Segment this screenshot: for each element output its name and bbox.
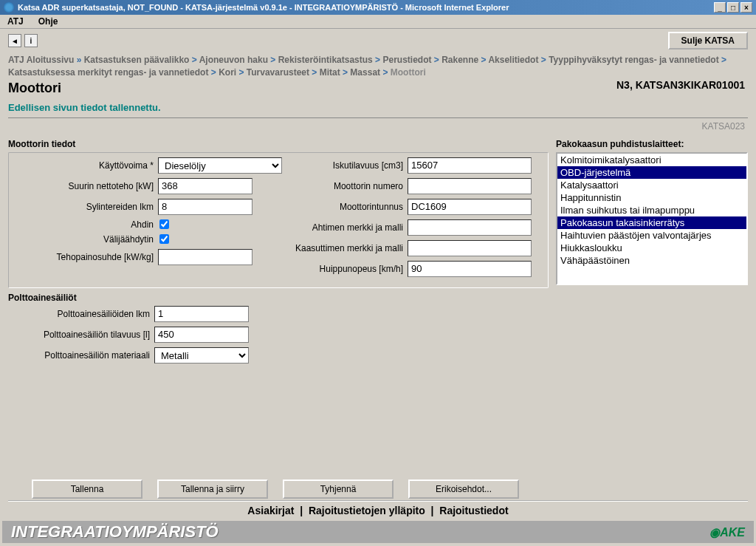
clear-button[interactable]: Tyhjennä: [283, 480, 394, 499]
breadcrumb-item[interactable]: Massat: [350, 67, 380, 78]
turbo-checkbox[interactable]: [159, 219, 169, 229]
window-title: Katsa ADR superkatsastaja, NOT_FOUND - K…: [18, 3, 509, 12]
back-icon[interactable]: ◄: [8, 34, 21, 47]
label-carbmodel: Kaasuttimen merkki ja malli: [282, 243, 408, 253]
breadcrumb-item[interactable]: Akselitiedot: [488, 55, 538, 65]
form-code: KATSA023: [2, 120, 754, 133]
label-tankmat: Polttoainesäiliön materiaali: [8, 350, 154, 361]
save-button[interactable]: Tallenna: [32, 480, 142, 499]
link-restr[interactable]: Rajoitustiedot: [439, 505, 508, 516]
breadcrumb: ATJ Aloitussivu » Katsastuksen päävalikk…: [2, 52, 754, 81]
exhaust-option[interactable]: Happitunnistin: [557, 191, 746, 204]
label-powerweight: Tehopainosuhde [kW/kg]: [12, 252, 158, 262]
exhaust-option[interactable]: Ilman suihkutus tai ilmapumppu: [557, 204, 746, 216]
tankcount-input[interactable]: [154, 306, 249, 322]
menu-atj[interactable]: ATJ: [7, 16, 24, 27]
topspeed-input[interactable]: [408, 261, 532, 277]
label-turbomodel: Ahtimen merkki ja malli: [282, 222, 408, 233]
fuel-select[interactable]: Dieselöljy: [158, 157, 282, 174]
carbmodel-input[interactable]: [408, 240, 532, 256]
status-message: Edellisen sivun tiedot tallennettu.: [2, 99, 754, 116]
label-displacement: Iskutilavuus [cm3]: [282, 160, 408, 171]
label-tankcount: Polttoainesäiliöiden lkm: [8, 309, 154, 319]
engineno-input[interactable]: [408, 178, 532, 194]
label-enginecode: Moottorintunnus: [282, 202, 408, 212]
exhaust-option[interactable]: Haihtuvien päästöjen valvontajärjes: [557, 229, 746, 242]
breadcrumb-item[interactable]: Tyyppihyväksytyt rengas- ja vannetiedot: [549, 55, 719, 65]
minimize-button[interactable]: _: [714, 2, 726, 13]
exhaust-option[interactable]: OBD-järjestelmä: [557, 166, 746, 179]
turbomodel-input[interactable]: [408, 219, 532, 236]
window-titlebar: Katsa ADR superkatsastaja, NOT_FOUND - K…: [0, 0, 756, 15]
breadcrumb-item: Moottori: [391, 67, 426, 78]
label-fuel: Käyttövoima *: [12, 160, 158, 171]
breadcrumb-item[interactable]: Ajoneuvon haku: [199, 55, 268, 65]
special-button[interactable]: Erikoisehdot...: [408, 480, 519, 499]
footer-env: INTEGRAATIOYMPÄRISTÖ: [11, 522, 219, 542]
breadcrumb-item[interactable]: Rekisteröintikatsastus: [278, 55, 373, 65]
bottom-links: Asiakirjat | Rajoitustietojen ylläpito |…: [2, 505, 754, 516]
exhaust-option[interactable]: Pakokaasun takaisinkierrätys: [557, 216, 746, 229]
label-intercooler: Välijäähdytin: [12, 234, 158, 245]
breadcrumb-item[interactable]: Rakenne: [441, 55, 478, 65]
breadcrumb-item[interactable]: Kori: [219, 67, 236, 78]
close-button[interactable]: ×: [740, 2, 752, 13]
menu-ohje[interactable]: Ohje: [38, 16, 58, 27]
intercooler-checkbox[interactable]: [159, 234, 169, 244]
breadcrumb-item[interactable]: Turvavarusteet: [247, 67, 309, 78]
exhaust-option[interactable]: Kolmitoimikatalysaattori: [557, 154, 746, 166]
cylinders-input[interactable]: [158, 199, 252, 215]
exhaust-listbox[interactable]: KolmitoimikatalysaattoriOBD-järjestelmäK…: [556, 152, 748, 285]
label-engineno: Moottorin numero: [282, 181, 408, 191]
section-exhaust-label: Pakokaasun puhdistuslaitteet:: [556, 133, 748, 152]
tankvol-input[interactable]: [154, 327, 249, 343]
exhaust-option[interactable]: Katalysaattori: [557, 179, 746, 191]
tankmat-select[interactable]: Metalli: [154, 347, 249, 364]
breadcrumb-item[interactable]: Katsastuksessa merkityt rengas- ja vanne…: [8, 67, 208, 78]
link-restr-edit[interactable]: Rajoitustietojen ylläpito: [309, 505, 425, 516]
power-input[interactable]: [158, 178, 252, 194]
section-engine-label: Moottorin tiedot: [8, 133, 549, 152]
label-cylinders: Sylintereiden lkm: [12, 202, 158, 212]
save-next-button[interactable]: Tallenna ja siirry: [157, 480, 268, 499]
vehicle-id: N3, KATSAN3KIKAR01001: [616, 79, 745, 91]
window-controls: _ □ ×: [714, 2, 752, 13]
label-topspeed: Huippunopeus [km/h]: [282, 264, 408, 274]
exhaust-option[interactable]: Hiukkasloukku: [557, 242, 746, 254]
label-tankvol: Polttoainesäiliön tilavuus [l]: [8, 330, 154, 340]
enginecode-input[interactable]: [408, 199, 532, 215]
label-power: Suurin nettoteho [kW]: [12, 181, 158, 191]
breadcrumb-item[interactable]: ATJ Aloitussivu: [8, 55, 74, 65]
powerweight-input[interactable]: [158, 249, 252, 265]
link-docs[interactable]: Asiakirjat: [247, 505, 294, 516]
ie-icon: [4, 2, 14, 13]
exhaust-option[interactable]: Vähäpäästöinen: [557, 254, 746, 267]
breadcrumb-item[interactable]: Katsastuksen päävalikko: [84, 55, 190, 65]
maximize-button[interactable]: □: [727, 2, 739, 13]
breadcrumb-item[interactable]: Perustiedot: [382, 55, 431, 65]
info-icon[interactable]: i: [24, 34, 38, 47]
label-turbo: Ahdin: [12, 219, 158, 230]
close-katsa-button[interactable]: Sulje KATSA: [668, 32, 748, 50]
ake-logo: ◉AKE: [709, 525, 745, 539]
footer: INTEGRAATIOYMPÄRISTÖ ◉AKE: [2, 521, 754, 543]
breadcrumb-item[interactable]: Mitat: [320, 67, 340, 78]
section-fueltanks-label: Polttoainesäiliöt: [8, 291, 549, 306]
displacement-input[interactable]: [408, 157, 532, 174]
engine-fieldset: Käyttövoima * Dieselöljy Suurin nettoteh…: [8, 152, 549, 288]
menubar: ATJ Ohje: [0, 15, 756, 29]
